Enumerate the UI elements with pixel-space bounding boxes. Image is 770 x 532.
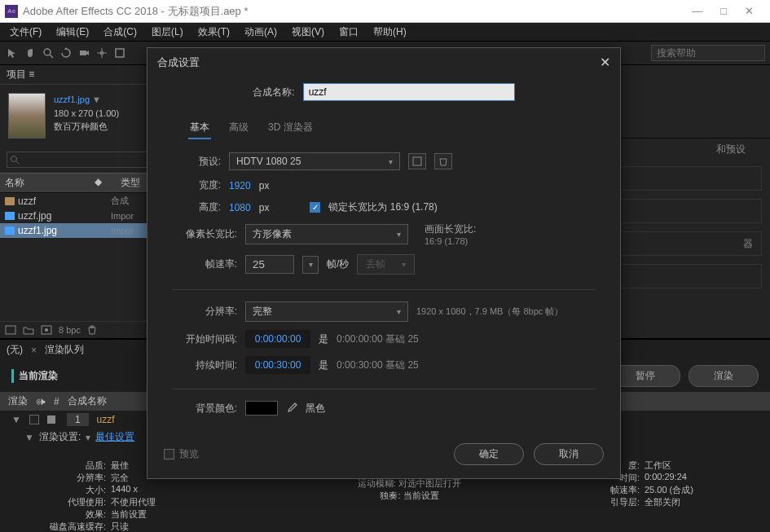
project-panel-tab[interactable]: 项目 ≡	[0, 65, 158, 85]
menu-file[interactable]: 文件(F)	[3, 24, 48, 41]
render-queue-tab[interactable]: 渲染队列	[45, 343, 84, 357]
window-close-button[interactable]: ✕	[745, 5, 754, 17]
project-item-comp[interactable]: uzzf 合成	[0, 193, 158, 209]
dialog-close-button[interactable]: ✕	[600, 55, 610, 70]
preview-checkbox[interactable]	[164, 449, 174, 459]
svg-rect-2	[80, 51, 86, 55]
composition-icon	[5, 197, 15, 205]
menu-layer[interactable]: 图层(L)	[145, 24, 190, 41]
composition-settings-dialog: 合成设置 ✕ 合成名称: 基本 高级 3D 渲染器 预设: HDTV 1080 …	[147, 47, 621, 479]
window-title: Adobe After Effects CC 2018 - 无标题项目.aep …	[23, 4, 692, 19]
svg-point-7	[11, 156, 17, 162]
render-checkbox[interactable]	[29, 415, 39, 424]
resolution-info: 1920 x 1080，7.9 MB（每 8bpc 帧）	[416, 306, 563, 318]
new-comp-icon[interactable]	[41, 325, 52, 335]
tab-3d-renderer[interactable]: 3D 渲染器	[266, 117, 315, 139]
app-logo-icon: Ae	[5, 5, 18, 18]
bullhorn-icon: 🕪	[36, 396, 46, 407]
shape-tool-icon[interactable]	[112, 46, 127, 60]
comp-name-label: 合成名称:	[253, 86, 294, 99]
window-maximize-button[interactable]: □	[720, 5, 727, 17]
menu-help[interactable]: 帮助(H)	[367, 24, 413, 41]
anchor-tool-icon[interactable]	[95, 46, 109, 60]
lock-aspect-checkbox[interactable]: ✓	[310, 202, 320, 213]
image-icon	[5, 212, 15, 220]
save-preset-icon[interactable]	[408, 153, 426, 169]
svg-point-11	[45, 328, 48, 332]
thumbnail-preview	[8, 93, 46, 138]
project-search-input[interactable]	[7, 152, 152, 168]
menu-view[interactable]: 视图(V)	[285, 24, 331, 41]
menubar: 文件(F) 编辑(E) 合成(C) 图层(L) 效果(T) 动画(A) 视图(V…	[0, 23, 770, 41]
zoom-tool-icon[interactable]	[41, 46, 55, 60]
svg-rect-9	[6, 326, 15, 334]
menu-composition[interactable]: 合成(C)	[97, 24, 143, 41]
project-item-image-selected[interactable]: uzzf1.jpg Impor	[0, 223, 158, 238]
width-value[interactable]: 1920	[229, 180, 251, 191]
resolution-select[interactable]: 完整▾	[245, 301, 408, 322]
effects-presets-hint: 和预设	[716, 143, 746, 156]
project-panel: 项目 ≡ uzzf1.jpg ▼ 180 x 270 (1.00) 数百万种颜色…	[0, 65, 159, 338]
render-index: 1	[67, 413, 89, 426]
trash-icon[interactable]	[87, 325, 99, 335]
project-footer: 8 bpc	[0, 321, 158, 338]
bg-color-name: 黑色	[306, 402, 325, 415]
tab-close-icon[interactable]: ×	[31, 345, 37, 356]
render-settings-link[interactable]: 最佳设置	[95, 430, 134, 444]
ok-button[interactable]: 确定	[454, 443, 524, 465]
interpret-footage-icon[interactable]	[5, 325, 16, 335]
tab-advanced[interactable]: 高级	[227, 117, 250, 139]
menu-effect[interactable]: 效果(T)	[191, 24, 236, 41]
start-timecode-input[interactable]	[245, 330, 310, 348]
svg-line-1	[50, 55, 53, 58]
dialog-title: 合成设置	[157, 55, 200, 70]
project-columns-header: 名称 ◆ 类型	[0, 173, 158, 193]
svg-line-8	[16, 161, 19, 164]
hand-tool-icon[interactable]	[23, 46, 37, 60]
render-button[interactable]: 渲染	[689, 365, 759, 387]
preview-label: 预览	[179, 447, 199, 461]
current-render-label: 当前渲染	[11, 369, 58, 383]
framerate-dropdown-icon[interactable]: ▾	[302, 256, 319, 274]
cancel-button[interactable]: 取消	[534, 443, 604, 465]
window-titlebar: Ae Adobe After Effects CC 2018 - 无标题项目.a…	[0, 0, 770, 23]
svg-rect-6	[116, 49, 124, 57]
menu-window[interactable]: 窗口	[332, 24, 365, 41]
selection-tool-icon[interactable]	[5, 46, 20, 60]
eyedropper-icon[interactable]	[286, 402, 297, 414]
height-value[interactable]: 1080	[229, 202, 251, 213]
pixel-aspect-select[interactable]: 方形像素▾	[245, 224, 408, 244]
menu-animation[interactable]: 动画(A)	[238, 24, 284, 41]
bg-color-swatch[interactable]	[245, 401, 278, 415]
menu-edit[interactable]: 编辑(E)	[50, 24, 95, 41]
render-comp-name: uzzf	[97, 414, 115, 425]
window-minimize-button[interactable]: —	[692, 5, 702, 17]
framerate-input[interactable]	[245, 255, 294, 274]
bpc-indicator[interactable]: 8 bpc	[59, 325, 81, 335]
help-search-input[interactable]	[651, 45, 765, 61]
project-item-image[interactable]: uzzf.jpg Impor	[0, 209, 158, 223]
svg-point-0	[44, 49, 51, 55]
folder-icon[interactable]	[23, 325, 34, 335]
thumbnail-meta: uzzf1.jpg ▼ 180 x 270 (1.00) 数百万种颜色	[54, 93, 119, 138]
preset-select[interactable]: HDTV 1080 25▾	[229, 152, 400, 170]
none-tab[interactable]: (无)	[7, 343, 23, 357]
lock-aspect-label: 锁定长宽比为 16:9 (1.78)	[328, 200, 437, 214]
comp-name-input[interactable]	[303, 83, 515, 101]
rotate-tool-icon[interactable]	[59, 46, 73, 60]
duration-input[interactable]	[245, 356, 310, 374]
label-swatch[interactable]	[47, 415, 55, 424]
dropframe-select-disabled: 丢帧▾	[357, 254, 415, 275]
tab-basic[interactable]: 基本	[188, 117, 211, 139]
camera-tool-icon[interactable]	[77, 46, 91, 60]
delete-preset-icon[interactable]	[434, 153, 452, 169]
image-icon	[5, 226, 15, 235]
svg-rect-12	[413, 157, 421, 165]
